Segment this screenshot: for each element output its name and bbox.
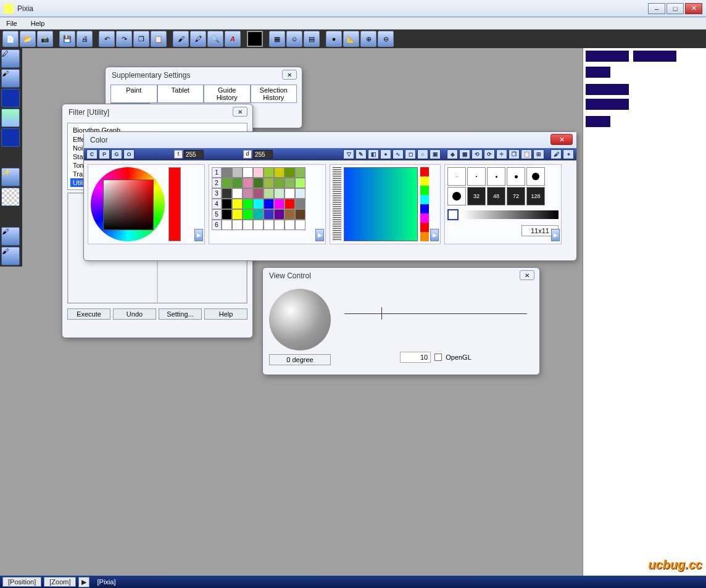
palette-swatch[interactable] bbox=[253, 188, 264, 199]
undo-button[interactable]: Undo bbox=[113, 308, 156, 320]
tool-icon[interactable]: ▣ bbox=[430, 149, 441, 159]
palette-swatch[interactable] bbox=[243, 209, 253, 220]
palette-page[interactable]: 4 bbox=[212, 199, 222, 209]
execute-button[interactable]: Execute bbox=[67, 308, 110, 320]
gradient-stop[interactable] bbox=[420, 186, 429, 195]
degree-button[interactable]: 0 degree bbox=[269, 354, 331, 365]
slider-thumb[interactable] bbox=[381, 307, 382, 320]
palette-swatch[interactable] bbox=[222, 167, 232, 178]
palette-swatch[interactable] bbox=[264, 167, 274, 178]
clone-tool-icon[interactable]: 🖌 bbox=[1, 247, 20, 265]
palette-swatch[interactable] bbox=[264, 209, 274, 220]
save-icon[interactable]: 💾 bbox=[59, 31, 75, 47]
zoom-in-icon[interactable]: ⊕ bbox=[360, 31, 376, 47]
play-icon[interactable]: ▶ bbox=[78, 577, 89, 587]
brush-cell[interactable] bbox=[526, 167, 545, 186]
brush-cell[interactable] bbox=[507, 167, 525, 186]
brush-cell[interactable]: 128 bbox=[526, 187, 545, 205]
brush-cell[interactable] bbox=[467, 167, 486, 186]
tab-selection-history[interactable]: Selection History bbox=[251, 85, 297, 103]
mode-o-button[interactable]: O bbox=[123, 149, 135, 159]
gradient-scale[interactable] bbox=[333, 167, 341, 241]
retouch-tool-icon[interactable]: 🖌 bbox=[1, 227, 20, 246]
tool-icon[interactable]: ◧ bbox=[368, 149, 379, 159]
palette-swatch[interactable] bbox=[284, 167, 295, 178]
close-button[interactable]: ✕ bbox=[685, 3, 702, 14]
panel-block[interactable] bbox=[586, 51, 629, 62]
brush-tool-icon[interactable]: 🖌 bbox=[1, 69, 20, 88]
gradient-stop[interactable] bbox=[420, 167, 429, 176]
palette-swatch[interactable] bbox=[243, 188, 253, 199]
checker-tool-icon[interactable] bbox=[1, 188, 20, 206]
copy-icon[interactable]: ❐ bbox=[133, 31, 149, 47]
tool-icon[interactable]: ⊞ bbox=[533, 149, 544, 159]
pen-tool-icon[interactable]: 🖊 bbox=[1, 49, 20, 68]
tool-icon[interactable]: ∿ bbox=[392, 149, 404, 159]
palette-swatch[interactable] bbox=[222, 199, 232, 209]
palette-swatch[interactable] bbox=[253, 209, 264, 220]
close-icon[interactable]: ✕ bbox=[550, 134, 573, 145]
d-input[interactable] bbox=[253, 150, 273, 159]
camera-icon[interactable]: 📷 bbox=[37, 31, 53, 47]
palette-page-list[interactable]: 1 2 3 4 5 6 bbox=[212, 167, 222, 230]
brush-cell[interactable] bbox=[447, 187, 466, 205]
palette-swatch[interactable] bbox=[274, 167, 284, 178]
zoom-out-icon[interactable]: ⊖ bbox=[378, 31, 394, 47]
zoom-value[interactable]: 10 bbox=[400, 352, 431, 363]
next-arrow-icon[interactable]: ▶ bbox=[551, 229, 560, 241]
current-color-swatch[interactable] bbox=[168, 167, 181, 241]
brush-cell[interactable] bbox=[447, 167, 466, 186]
brush-cell[interactable] bbox=[487, 167, 505, 186]
opengl-checkbox[interactable] bbox=[434, 354, 442, 361]
tool-icon[interactable]: ▽ bbox=[343, 149, 354, 159]
palette-swatch[interactable] bbox=[253, 220, 264, 230]
palette-swatch[interactable] bbox=[222, 178, 232, 188]
tool-icon[interactable]: 📋 bbox=[521, 149, 532, 159]
palette-swatch[interactable] bbox=[264, 188, 274, 199]
palette-swatch[interactable] bbox=[274, 188, 284, 199]
palette-swatch[interactable] bbox=[274, 178, 284, 188]
screen-icon[interactable]: ▦ bbox=[269, 31, 285, 47]
palette-swatch[interactable] bbox=[253, 199, 264, 209]
palette-swatch[interactable] bbox=[274, 209, 284, 220]
menu-file[interactable]: File bbox=[2, 19, 21, 28]
palette-swatch[interactable] bbox=[232, 209, 243, 220]
palette-swatch[interactable] bbox=[243, 167, 253, 178]
print-icon[interactable]: 🖨 bbox=[77, 31, 93, 47]
brush-cell[interactable]: 72 bbox=[507, 187, 525, 205]
open-icon[interactable]: 📂 bbox=[20, 31, 36, 47]
gradient-stop[interactable] bbox=[420, 213, 429, 223]
minimize-button[interactable]: – bbox=[648, 3, 665, 14]
palette-swatch[interactable] bbox=[253, 167, 264, 178]
tool-icon[interactable]: ✎ bbox=[355, 149, 367, 159]
brush-grid[interactable]: 324872128 bbox=[447, 167, 559, 205]
tool-icon[interactable]: ● bbox=[380, 149, 391, 159]
eyedropper-icon[interactable]: ⌖ bbox=[563, 149, 574, 159]
tool-icon[interactable]: ◈ bbox=[447, 149, 458, 159]
palette-swatch[interactable] bbox=[222, 188, 232, 199]
close-icon[interactable]: ✕ bbox=[233, 107, 247, 117]
brush-b-icon[interactable]: 🖍 bbox=[190, 31, 206, 47]
palette-swatch[interactable] bbox=[274, 220, 284, 230]
brush-cell[interactable]: 48 bbox=[487, 187, 505, 205]
palette-swatch[interactable] bbox=[243, 178, 253, 188]
gradient-tool-icon[interactable] bbox=[1, 109, 20, 127]
tool-icon[interactable]: ◻ bbox=[405, 149, 416, 159]
palette-swatch[interactable] bbox=[232, 178, 243, 188]
paste-icon[interactable]: 📋 bbox=[151, 31, 167, 47]
menu-help[interactable]: Help bbox=[27, 19, 49, 28]
palette-swatch[interactable] bbox=[264, 220, 274, 230]
palette-swatch[interactable] bbox=[232, 188, 243, 199]
undo-icon[interactable]: ↶ bbox=[99, 31, 115, 47]
palette-swatch[interactable] bbox=[284, 209, 295, 220]
brush-icon[interactable]: 🖌 bbox=[550, 149, 562, 159]
tool-icon[interactable]: ▦ bbox=[459, 149, 470, 159]
tool-icon[interactable]: ○ bbox=[417, 149, 428, 159]
tool-icon[interactable]: ✧ bbox=[496, 149, 507, 159]
mode-c-button[interactable]: C bbox=[86, 149, 98, 159]
close-icon[interactable]: ✕ bbox=[520, 270, 534, 280]
gradient-stop[interactable] bbox=[420, 223, 429, 232]
record-icon[interactable]: ● bbox=[326, 31, 342, 47]
palette-swatch[interactable] bbox=[295, 209, 305, 220]
rect-tool-icon[interactable] bbox=[1, 89, 20, 107]
